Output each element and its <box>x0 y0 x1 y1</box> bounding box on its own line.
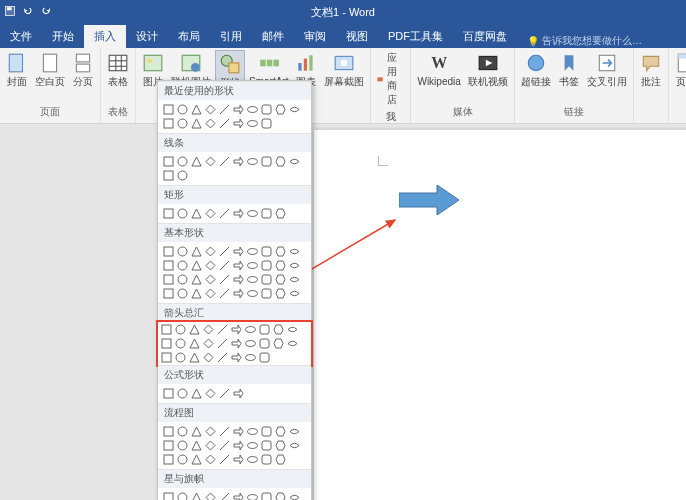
shape-swatch[interactable] <box>162 453 175 466</box>
shape-swatch[interactable] <box>246 117 259 130</box>
shape-swatch[interactable] <box>218 425 231 438</box>
shape-swatch[interactable] <box>260 453 273 466</box>
shape-swatch[interactable] <box>190 103 203 116</box>
shape-swatch[interactable] <box>204 387 217 400</box>
tab-design[interactable]: 设计 <box>126 25 168 48</box>
shape-swatch[interactable] <box>204 207 217 220</box>
shape-swatch[interactable] <box>260 491 273 500</box>
shape-swatch[interactable] <box>218 491 231 500</box>
shape-swatch[interactable] <box>232 387 245 400</box>
comment-button[interactable]: 批注 <box>637 50 665 89</box>
shape-swatch[interactable] <box>232 425 245 438</box>
shape-swatch[interactable] <box>218 453 231 466</box>
crossref-button[interactable]: 交叉引用 <box>584 50 630 89</box>
shape-swatch[interactable] <box>260 287 273 300</box>
shape-swatch[interactable] <box>218 103 231 116</box>
shape-swatch[interactable] <box>176 273 189 286</box>
shape-swatch[interactable] <box>174 351 187 364</box>
shape-swatch[interactable] <box>260 259 273 272</box>
shape-swatch[interactable] <box>190 273 203 286</box>
shape-swatch[interactable] <box>246 245 259 258</box>
shape-swatch[interactable] <box>232 491 245 500</box>
shape-swatch[interactable] <box>218 439 231 452</box>
cover-page-button[interactable]: 封面 <box>3 50 31 89</box>
shape-swatch[interactable] <box>260 207 273 220</box>
shape-swatch[interactable] <box>204 103 217 116</box>
shape-swatch[interactable] <box>174 337 187 350</box>
shape-swatch[interactable] <box>204 117 217 130</box>
shape-swatch[interactable] <box>204 491 217 500</box>
shape-swatch[interactable] <box>232 207 245 220</box>
shape-swatch[interactable] <box>246 425 259 438</box>
shape-swatch[interactable] <box>232 103 245 116</box>
shape-swatch[interactable] <box>204 425 217 438</box>
shape-swatch[interactable] <box>176 491 189 500</box>
shape-swatch[interactable] <box>190 425 203 438</box>
shape-swatch[interactable] <box>272 337 285 350</box>
shape-swatch[interactable] <box>188 323 201 336</box>
shape-swatch[interactable] <box>218 287 231 300</box>
shape-swatch[interactable] <box>260 425 273 438</box>
shape-swatch[interactable] <box>288 103 301 116</box>
shape-swatch[interactable] <box>230 351 243 364</box>
bookmark-button[interactable]: 书签 <box>555 50 583 89</box>
shape-swatch[interactable] <box>246 155 259 168</box>
shape-swatch[interactable] <box>260 245 273 258</box>
shape-swatch[interactable] <box>216 323 229 336</box>
shape-swatch[interactable] <box>162 491 175 500</box>
shape-swatch[interactable] <box>232 259 245 272</box>
redo-icon[interactable] <box>40 5 52 19</box>
shape-swatch[interactable] <box>162 287 175 300</box>
shape-swatch[interactable] <box>176 259 189 272</box>
shape-swatch[interactable] <box>204 439 217 452</box>
store-button[interactable]: 应用商店 <box>374 50 407 108</box>
shape-swatch[interactable] <box>162 117 175 130</box>
shape-swatch[interactable] <box>216 337 229 350</box>
tab-insert[interactable]: 插入 <box>84 25 126 48</box>
shape-swatch[interactable] <box>274 245 287 258</box>
shape-swatch[interactable] <box>286 337 299 350</box>
shape-swatch[interactable] <box>288 287 301 300</box>
shape-swatch[interactable] <box>162 425 175 438</box>
shape-swatch[interactable] <box>176 155 189 168</box>
shape-swatch[interactable] <box>176 453 189 466</box>
shape-swatch[interactable] <box>176 387 189 400</box>
shape-swatch[interactable] <box>232 155 245 168</box>
shape-swatch[interactable] <box>232 245 245 258</box>
shape-swatch[interactable] <box>204 453 217 466</box>
shape-swatch[interactable] <box>258 323 271 336</box>
shape-swatch[interactable] <box>176 439 189 452</box>
shape-swatch[interactable] <box>162 245 175 258</box>
shape-swatch[interactable] <box>244 323 257 336</box>
shape-swatch[interactable] <box>188 337 201 350</box>
block-arrow-shape[interactable] <box>399 185 459 215</box>
shape-swatch[interactable] <box>274 259 287 272</box>
shape-swatch[interactable] <box>288 491 301 500</box>
shape-swatch[interactable] <box>246 273 259 286</box>
shape-swatch[interactable] <box>190 453 203 466</box>
shape-swatch[interactable] <box>218 387 231 400</box>
shape-swatch[interactable] <box>274 453 287 466</box>
shape-swatch[interactable] <box>274 207 287 220</box>
shape-swatch[interactable] <box>246 207 259 220</box>
shape-swatch[interactable] <box>190 245 203 258</box>
shape-swatch[interactable] <box>244 337 257 350</box>
shape-swatch[interactable] <box>188 351 201 364</box>
shape-swatch[interactable] <box>288 273 301 286</box>
shape-swatch[interactable] <box>288 425 301 438</box>
tab-pdf[interactable]: PDF工具集 <box>378 25 453 48</box>
tab-file[interactable]: 文件 <box>0 25 42 48</box>
shape-swatch[interactable] <box>202 337 215 350</box>
shape-swatch[interactable] <box>162 207 175 220</box>
shape-swatch[interactable] <box>260 103 273 116</box>
shape-swatch[interactable] <box>230 323 243 336</box>
shape-swatch[interactable] <box>246 259 259 272</box>
shape-swatch[interactable] <box>288 259 301 272</box>
shape-swatch[interactable] <box>218 259 231 272</box>
shape-swatch[interactable] <box>162 169 175 182</box>
tab-references[interactable]: 引用 <box>210 25 252 48</box>
shape-swatch[interactable] <box>274 287 287 300</box>
tab-view[interactable]: 视图 <box>336 25 378 48</box>
table-button[interactable]: 表格 <box>104 50 132 89</box>
header-button[interactable]: 页眉 <box>672 50 686 89</box>
